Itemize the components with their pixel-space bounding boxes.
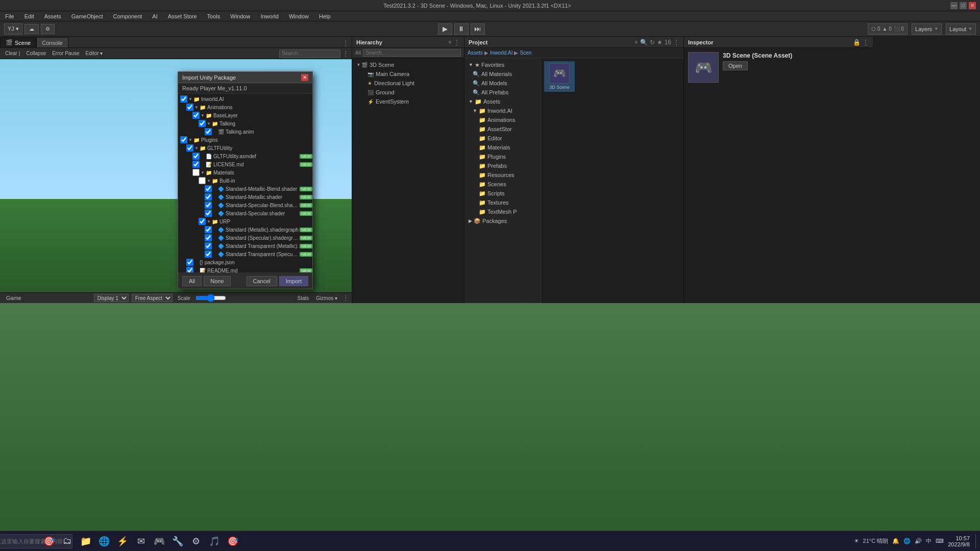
hierarchy-all-label[interactable]: All (355, 50, 361, 56)
menu-component[interactable]: Component (111, 13, 144, 20)
aspect-select[interactable]: Free Aspect (132, 294, 173, 302)
tree-expand-icon[interactable]: ▼ (188, 97, 193, 102)
resources-folder[interactable]: 📁 Resources (467, 170, 538, 180)
dialog-tree-item[interactable]: ▼📁Plugins (178, 136, 312, 144)
dialog-cancel-button[interactable]: Cancel (247, 276, 277, 286)
stats-button[interactable]: Stats (296, 295, 311, 302)
dialog-tree-item[interactable]: 🎬Talking.anim (178, 128, 312, 136)
dialog-item-checkbox[interactable] (205, 210, 212, 217)
cortana-icon[interactable]: 🎯 (41, 533, 57, 549)
display-select[interactable]: Display 1 (94, 294, 129, 302)
hierarchy-options[interactable]: ⋮ (454, 39, 460, 46)
volume-icon[interactable]: 🔊 (915, 538, 922, 544)
editor-dropdown[interactable]: Editor ▾ (84, 50, 105, 57)
scenes-folder[interactable]: 📁 Scenes (467, 180, 538, 189)
console-options[interactable]: ⋮ (342, 50, 349, 57)
tree-expand-icon[interactable]: ▼ (194, 105, 200, 110)
dialog-tree-item[interactable]: 🔷Standard-Specular-Blend.shaderNEW (178, 201, 312, 209)
collab-button[interactable]: ⚙ (41, 24, 55, 34)
dialog-item-checkbox[interactable] (180, 95, 187, 103)
vscode-icon[interactable]: ⚡ (114, 533, 131, 549)
ime-icon[interactable]: 中 (926, 537, 932, 545)
pause-button[interactable]: ⏸ (454, 23, 469, 35)
dialog-import-button[interactable]: Import (279, 276, 308, 286)
dialog-item-checkbox[interactable] (192, 169, 200, 176)
tree-expand-icon[interactable]: ▼ (207, 121, 212, 126)
hierarchy-item-eventsystem[interactable]: ⚡ EventSystem (352, 97, 464, 106)
dialog-tree-item[interactable]: 🔷Standard-Metallic.shaderNEW (178, 193, 312, 201)
textures-folder[interactable]: 📁 Textures (467, 198, 538, 207)
dialog-item-checkbox[interactable] (205, 193, 212, 201)
hierarchy-item-3dscene[interactable]: ▼ 🎬 3D Scene (352, 60, 464, 69)
dialog-item-checkbox[interactable] (199, 120, 206, 127)
dialog-tree-item[interactable]: ▼📁Materials (178, 168, 312, 177)
scripts-folder[interactable]: 📁 Scripts (467, 189, 538, 198)
editor-folder[interactable]: 📁 Editor (467, 134, 538, 143)
menu-window[interactable]: Window (228, 13, 252, 20)
show-desktop[interactable] (974, 534, 976, 548)
project-refresh[interactable]: ↻ (650, 39, 655, 46)
menu-tools[interactable]: Tools (205, 13, 223, 20)
tree-expand-icon[interactable]: ▼ (201, 113, 206, 118)
dialog-item-checkbox[interactable] (192, 161, 200, 168)
layers-dropdown[interactable]: Layers ▼ (912, 23, 942, 35)
dialog-item-checkbox[interactable] (192, 112, 200, 119)
plugins-folder[interactable]: 📁 Plugins (467, 152, 538, 161)
dialog-item-checkbox[interactable] (199, 177, 206, 184)
tree-expand-icon[interactable]: ▼ (201, 170, 206, 175)
dialog-tree-item[interactable]: 📝README.mdNEW (178, 266, 312, 272)
project-add[interactable]: + (634, 39, 638, 46)
all-models-item[interactable]: 🔍 All Models (467, 79, 538, 88)
maximize-button[interactable]: □ (960, 2, 967, 9)
collapse-button[interactable]: Collapse (24, 50, 48, 57)
clock[interactable]: 10:57 2022/9/8 (948, 535, 970, 547)
account-group[interactable]: YJ ▾ (4, 23, 22, 35)
dialog-item-checkbox[interactable] (205, 251, 212, 258)
prefabs-folder[interactable]: 📁 Prefabs (467, 161, 538, 170)
menu-ai[interactable]: AI (150, 13, 159, 20)
scale-slider[interactable] (195, 295, 226, 301)
scene-panel-options[interactable]: ⋮ (339, 38, 352, 47)
menu-file[interactable]: File (3, 13, 16, 20)
tab-console[interactable]: Console (36, 37, 68, 47)
app3-icon[interactable]: ⚙ (188, 533, 204, 549)
tab-scene[interactable]: 🎬 Scene (0, 37, 36, 47)
dialog-none-button[interactable]: None (204, 276, 230, 286)
dialog-item-checkbox[interactable] (186, 144, 193, 152)
dialog-tree-item[interactable]: ▼📁Talking (178, 119, 312, 128)
dialog-item-checkbox[interactable] (186, 267, 193, 272)
hierarchy-item-maincamera[interactable]: 📷 Main Camera (352, 69, 464, 79)
dialog-item-checkbox[interactable] (205, 226, 212, 233)
gizmos-dropdown[interactable]: Gizmos ▾ (314, 295, 339, 302)
hierarchy-item-ground[interactable]: ⬛ Ground (352, 88, 464, 97)
dialog-all-button[interactable]: All (182, 276, 202, 286)
menu-help[interactable]: Help (317, 13, 333, 20)
dialog-item-checkbox[interactable] (180, 136, 187, 143)
minimize-button[interactable]: — (950, 2, 958, 9)
breadcrumb-assets[interactable]: Assets (468, 50, 483, 56)
explorer-icon[interactable]: 📁 (78, 533, 94, 549)
breadcrumb-inworld[interactable]: Inworld.AI (490, 50, 512, 56)
task-view-icon[interactable]: 🗂 (59, 533, 76, 549)
unity-taskbar-icon[interactable]: 🎯 (225, 533, 241, 549)
project-search-icon[interactable]: 🔍 (640, 39, 648, 46)
dialog-tree-item[interactable]: ▼📁BaseLayer (178, 111, 312, 119)
dialog-tree-item[interactable]: ▼📁Animations (178, 103, 312, 111)
textmesh-folder[interactable]: 📁 TextMesh P (467, 207, 538, 216)
hierarchy-add[interactable]: + (448, 39, 452, 46)
dialog-tree-item[interactable]: 🔷Standard-Metallic-Blend.shaderNEW (178, 185, 312, 193)
search-button[interactable] (22, 533, 39, 549)
dialog-item-checkbox[interactable] (205, 234, 212, 241)
project-size[interactable]: 16 (665, 39, 671, 46)
dialog-tree-item[interactable]: 📄GLTFUtility.asmdefNEW (178, 152, 312, 160)
menu-edit[interactable]: Edit (22, 13, 36, 20)
hierarchy-search[interactable] (363, 49, 461, 57)
game-view[interactable] (0, 304, 352, 537)
animations-folder[interactable]: 📁 Animations (467, 115, 538, 124)
app2-icon[interactable]: 🔧 (169, 533, 186, 549)
dialog-tree-item[interactable]: 🔷Standard Transparent (Metallic).NEW (178, 242, 312, 250)
menu-assets[interactable]: Assets (42, 13, 63, 20)
play-button[interactable]: ▶ (438, 23, 452, 35)
assets-root-folder[interactable]: ▼ 📁 Assets (467, 97, 538, 106)
dialog-tree-item[interactable]: 🔷Standard-Specular.shaderNEW (178, 209, 312, 217)
